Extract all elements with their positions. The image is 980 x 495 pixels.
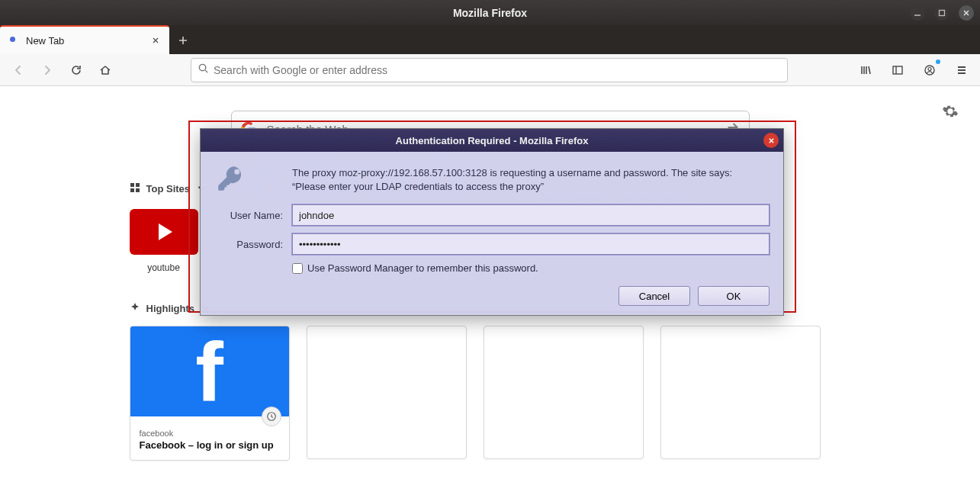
highlights-label: Highlights [146, 303, 195, 314]
sparkle-icon [130, 302, 140, 315]
top-sites-label: Top Sites [146, 183, 191, 194]
url-bar[interactable] [191, 58, 788, 82]
youtube-icon [130, 209, 198, 255]
window-titlebar: Mozilla Firefox [0, 0, 980, 25]
cancel-button[interactable]: Cancel [619, 286, 690, 306]
username-input[interactable] [292, 204, 770, 226]
card-title: Facebook – log in or sign up [140, 439, 280, 451]
forward-button[interactable] [35, 58, 59, 82]
svg-rect-2 [893, 66, 902, 74]
highlight-card-empty[interactable] [660, 326, 821, 459]
account-button[interactable] [917, 58, 942, 82]
svg-rect-5 [130, 183, 134, 187]
svg-rect-8 [136, 188, 140, 192]
new-tab-button[interactable] [169, 27, 197, 54]
highlight-card-empty[interactable] [307, 326, 467, 459]
reload-button[interactable] [64, 58, 88, 82]
grid-icon [130, 182, 140, 195]
password-input[interactable] [292, 233, 770, 255]
card-site: facebook [140, 429, 280, 438]
dialog-titlebar: Authentication Required - Mozilla Firefo… [201, 129, 783, 152]
svg-rect-6 [136, 183, 140, 187]
password-label: Password: [236, 239, 283, 250]
window-maximize-button[interactable] [934, 5, 949, 21]
sidebar-button[interactable] [885, 58, 910, 82]
back-button[interactable] [6, 58, 31, 82]
highlight-card-empty[interactable] [484, 326, 644, 459]
highlight-card-facebook[interactable]: f facebook Facebook – log in or sign up [130, 326, 290, 461]
username-label: User Name: [230, 210, 283, 221]
ok-button[interactable]: OK [698, 286, 770, 306]
history-badge-icon [262, 407, 281, 426]
window-minimize-button[interactable] [910, 5, 925, 21]
facebook-thumbnail: f [130, 326, 289, 416]
tab-new-tab[interactable]: New Tab [0, 25, 169, 54]
auth-dialog: Authentication Required - Mozilla Firefo… [200, 128, 784, 316]
key-icon [214, 162, 283, 197]
svg-point-1 [199, 64, 205, 70]
url-input[interactable] [214, 64, 781, 76]
svg-rect-7 [130, 188, 134, 192]
dialog-message: The proxy moz-proxy://192.168.57.100:312… [292, 166, 770, 193]
tab-label: New Tab [26, 35, 143, 47]
top-site-tile-youtube[interactable]: youtube [130, 209, 198, 273]
firefox-icon [8, 34, 20, 47]
tab-close-button[interactable] [149, 34, 162, 47]
remember-password-checkbox[interactable] [292, 263, 303, 274]
customize-gear-button[interactable] [942, 103, 959, 120]
tile-caption: youtube [130, 262, 198, 273]
home-button[interactable] [93, 58, 117, 82]
library-button[interactable] [853, 58, 878, 82]
window-title: Mozilla Firefox [6, 7, 974, 19]
search-icon [198, 63, 209, 77]
navigation-toolbar [0, 54, 980, 86]
menu-button[interactable] [949, 58, 974, 82]
dialog-close-button[interactable] [763, 133, 779, 148]
tab-strip: New Tab [0, 25, 980, 54]
remember-password-label: Use Password Manager to remember this pa… [307, 262, 538, 274]
svg-rect-0 [940, 10, 945, 15]
dialog-title: Authentication Required - Mozilla Firefo… [396, 135, 589, 146]
window-close-button[interactable] [959, 5, 974, 21]
svg-point-4 [928, 67, 931, 70]
